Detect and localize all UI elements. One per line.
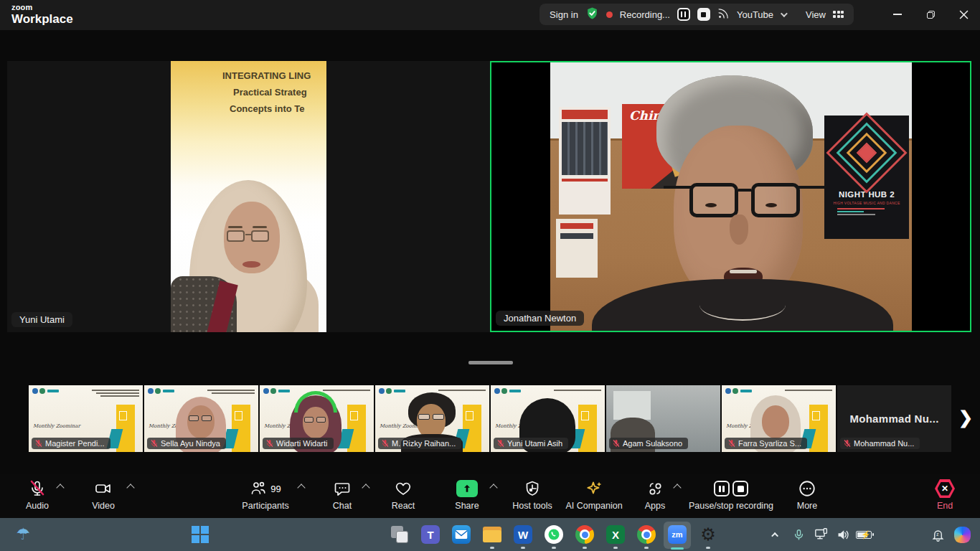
restore-button[interactable] xyxy=(914,0,947,29)
more-ellipsis-icon xyxy=(798,479,816,499)
share-screen-button[interactable]: Share xyxy=(445,479,489,511)
react-button[interactable]: React xyxy=(382,479,425,511)
pause-stop-icons xyxy=(714,479,748,499)
camera-icon xyxy=(94,479,113,499)
muted-mic-icon xyxy=(612,439,621,448)
header-text-bar xyxy=(100,395,139,397)
ai-sparkle-icon xyxy=(585,479,603,499)
filmstrip-tile-rizky[interactable]: Monthly Zoominar M. Rizky Raihan... xyxy=(375,385,489,452)
view-button[interactable]: View xyxy=(806,9,826,20)
file-explorer-icon[interactable] xyxy=(480,518,504,551)
muted-mic-icon xyxy=(727,439,736,448)
eye xyxy=(765,203,777,207)
stop-icon[interactable] xyxy=(732,481,748,496)
glasses xyxy=(202,415,212,421)
share-options-chevron[interactable] xyxy=(489,484,497,491)
muted-mic-icon xyxy=(843,439,852,448)
muted-mic-icon xyxy=(381,439,390,448)
audio-button[interactable]: Audio xyxy=(16,479,59,511)
pause-recording-button[interactable] xyxy=(677,8,690,21)
small-poster xyxy=(556,219,598,278)
chrome-profile2-icon[interactable] xyxy=(634,518,659,551)
glasses-lens xyxy=(251,230,269,242)
participants-count: 99 xyxy=(270,484,281,494)
live-stream-icon xyxy=(717,7,730,22)
filmstrip-tile-widarti[interactable]: Monthly Zoominar Widarti Widarti xyxy=(260,385,374,452)
video-button[interactable]: Video xyxy=(82,479,125,511)
slide-watermark: Monthly Zoominar xyxy=(33,423,80,429)
chevron-down-icon[interactable] xyxy=(781,10,788,17)
face xyxy=(762,405,789,438)
copilot-icon[interactable] xyxy=(950,518,974,551)
filmstrip-tile-sella[interactable]: Monthly Zoominar Sella Ayu Nindya xyxy=(144,385,258,452)
filmstrip-tile-mohammad[interactable]: Mohammad Nu... Mohammad Nu... xyxy=(837,385,951,452)
battery-charging-icon[interactable]: ⚡ xyxy=(852,518,875,551)
host-tools-button[interactable]: Host tools xyxy=(504,479,561,511)
filmstrip-tile-magister[interactable]: Monthly Zoominar Magister Pendi... xyxy=(29,385,143,452)
filmstrip-tile-agam[interactable]: Agam Sulaksono xyxy=(606,385,720,452)
meeting-toolbar: Audio Video 99 Participants Chat xyxy=(0,474,980,518)
excel-icon[interactable]: X xyxy=(603,518,628,551)
glasses xyxy=(304,417,314,423)
chat-button[interactable]: Chat xyxy=(321,479,363,511)
notification-bell-icon[interactable]: z xyxy=(927,518,948,551)
header-text-bar xyxy=(96,392,139,394)
sign-in-button[interactable]: Sign in xyxy=(550,9,578,20)
close-button[interactable] xyxy=(947,0,980,29)
participants-button[interactable]: 99 Participants xyxy=(231,479,300,511)
chat-options-chevron[interactable] xyxy=(362,484,369,491)
eyebrow xyxy=(253,226,267,228)
youtube-live-label[interactable]: YouTube xyxy=(737,9,773,20)
whatsapp-icon[interactable] xyxy=(542,518,566,551)
participant-name-label: Yuni Utami Asih xyxy=(494,438,568,449)
slide-square-outline xyxy=(119,411,127,420)
cast-display-icon[interactable] xyxy=(811,518,832,551)
view-grid-icon[interactable] xyxy=(833,11,844,18)
pause-icon[interactable] xyxy=(714,481,730,496)
brand-workplace: Workplace xyxy=(11,13,73,25)
slide-title-text: INTEGRATING LING Practical Strateg Conce… xyxy=(222,67,326,117)
ai-companion-button[interactable]: AI Companion xyxy=(561,479,627,511)
glasses xyxy=(418,414,430,420)
word-icon[interactable]: W xyxy=(511,518,535,551)
apps-button[interactable]: Apps xyxy=(634,479,676,511)
task-view-icon[interactable] xyxy=(387,518,412,551)
filmstrip-tile-yuni-asih[interactable]: Monthly Zoominar Yuni Utami Asih xyxy=(491,385,605,452)
next-participants-page-icon[interactable]: ❯ xyxy=(958,409,973,426)
zoom-app-icon-active[interactable]: zm xyxy=(665,518,689,551)
filmstrip-tile-farra[interactable]: Monthly Zoominar Farra Syarliza S... xyxy=(722,385,836,452)
filmstrip-resize-handle[interactable] xyxy=(468,361,513,364)
end-meeting-button[interactable]: ✕ End xyxy=(924,479,966,511)
zoom-workplace-logo: zoom Workplace xyxy=(11,4,73,25)
video-options-chevron[interactable] xyxy=(126,484,134,491)
glasses-lens xyxy=(227,230,245,242)
muted-mic-icon xyxy=(265,439,274,448)
participants-icon: 99 xyxy=(250,479,281,499)
pause-stop-recording-button[interactable]: Pause/stop recording xyxy=(677,479,786,511)
night-hub-poster: NIGHT HUB 2 HIGH VOLTAGE MUSIC AND DANCE xyxy=(824,116,909,239)
minimize-button[interactable] xyxy=(881,0,914,29)
muted-mic-icon xyxy=(29,479,46,499)
teams-icon[interactable]: T xyxy=(418,518,443,551)
shield-check-icon[interactable] xyxy=(585,6,599,22)
stop-recording-button[interactable] xyxy=(697,8,710,21)
more-button[interactable]: More xyxy=(786,479,828,511)
hidden-icons-chevron[interactable] xyxy=(765,518,786,551)
logo-dot xyxy=(32,388,38,394)
muted-mic-icon xyxy=(496,439,505,448)
chrome-icon[interactable] xyxy=(573,518,597,551)
recording-dot-icon xyxy=(606,11,613,18)
participants-filmstrip: Monthly Zoominar Magister Pendi... Month… xyxy=(29,385,951,452)
mail-icon[interactable] xyxy=(449,518,473,551)
settings-gear-icon[interactable]: ⚙ xyxy=(696,518,720,551)
svg-text:z: z xyxy=(936,532,938,537)
speaker-icon[interactable] xyxy=(832,518,854,551)
video-tile-yuni-utami[interactable]: INTEGRATING LING Practical Strateg Conce… xyxy=(7,61,490,332)
weather-umbrella-icon[interactable]: ☂ xyxy=(10,518,36,551)
participant-name-label: Farra Syarliza S... xyxy=(725,438,807,449)
windows-start-button[interactable] xyxy=(188,518,212,551)
video-tile-jonathan-newton-active-speaker[interactable]: China NIGHT HUB 2 HIGH VOLTAGE MUSIC AND… xyxy=(490,61,971,332)
mic-in-use-icon[interactable] xyxy=(788,518,809,551)
diamond-pattern xyxy=(835,121,898,184)
titlebar-controls: Sign in Recording... YouTube View xyxy=(540,4,854,25)
